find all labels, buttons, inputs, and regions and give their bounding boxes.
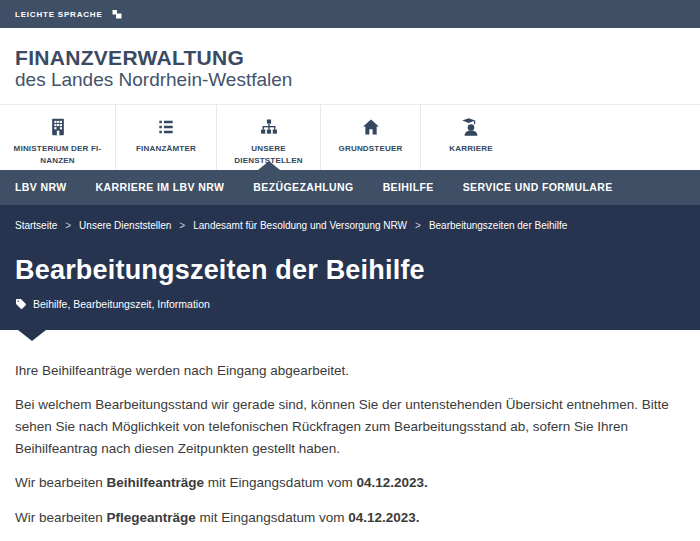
primary-icon-nav: MINISTERIUM DER FI-NANZEN FINANZÄMTER UN [0,104,700,170]
leichte-sprache-icon [111,8,123,20]
nav-item-karriere[interactable]: KARRIERE [421,105,521,170]
hero-banner: Startseite > Unsere Dienststellen > Land… [0,205,700,330]
breadcrumb-item-landesamt[interactable]: Landesamt für Besoldung und Versorgung N… [193,220,407,231]
leichte-sprache-link[interactable]: LEICHTE SPRACHE [15,10,103,19]
brand-logo[interactable]: FINANZVERWALTUNG des Landes Nordrhein-We… [15,47,685,91]
home-icon [361,116,381,138]
main-content: Ihre Beihilfeanträge werden nach Eingang… [0,341,700,529]
breadcrumb-item-unsere-dienststellen[interactable]: Unsere Dienststellen [79,220,171,231]
breadcrumb-separator: > [179,220,185,231]
processing-line-beihilfe: Wir bearbeiten Beihilfeanträge mit Einga… [15,472,680,494]
subject-pflegeantraege: Pflegeanträge [107,510,196,525]
nav-item-ministerium-der-finanzen[interactable]: MINISTERIUM DER FI-NANZEN [0,105,116,170]
nav-item-finanzaemter[interactable]: FINANZÄMTER [116,105,217,170]
hero-notch-arrow [18,330,46,341]
paragraph-intro: Ihre Beihilfeanträge werden nach Eingang… [15,360,680,382]
page-title: Bearbeitungszeiten der Beihilfe [15,255,685,286]
nav-item-grundsteuer[interactable]: GRUNDSTEUER [321,105,421,170]
tag-icon [15,298,27,310]
brand-subtitle: des Landes Nordrhein-Westfalen [15,69,685,91]
menu-item-bezuegezahlung[interactable]: BEZÜGEZAHLUNG [253,181,353,193]
nav-item-label: GRUNDSTEUER [339,143,403,155]
sitemap-icon [259,116,279,138]
breadcrumb-separator: > [65,220,71,231]
building-icon [48,116,68,138]
nav-item-label: FINANZÄMTER [136,143,196,155]
nav-item-label: MINISTERIUM DER FI-NANZEN [9,143,107,168]
tag-text: Beihilfe, Bearbeitungszeit, Information [33,298,210,310]
section-menu-bar: LBV NRW KARRIERE IM LBV NRW BEZÜGEZAHLUN… [0,170,700,205]
nav-item-unsere-dienststellen[interactable]: UNSERE DIENSTSTELLEN [217,105,321,170]
list-icon [156,116,176,138]
tag-list: Beihilfe, Bearbeitungszeit, Information [15,298,685,310]
top-bar: LEICHTE SPRACHE [0,0,700,28]
menu-item-karriere-im-lbv-nrw[interactable]: KARRIERE IM LBV NRW [96,181,225,193]
site-header: FINANZVERWALTUNG des Landes Nordrhein-We… [0,28,700,104]
date-beihilfe: 04.12.2023. [356,475,427,490]
processing-line-pflege: Wir bearbeiten Pflegeanträge mit Eingang… [15,507,680,529]
breadcrumb-item-current: Bearbeitungszeiten der Beihilfe [429,220,567,231]
breadcrumb-item-startseite[interactable]: Startseite [15,220,57,231]
menu-item-beihilfe[interactable]: BEIHILFE [383,181,434,193]
subject-beihilfeantraege: Beihilfeanträge [107,475,205,490]
menu-item-service-und-formulare[interactable]: SERVICE UND FORMULARE [463,181,613,193]
breadcrumb: Startseite > Unsere Dienststellen > Land… [15,220,685,231]
date-pflege: 04.12.2023. [348,510,419,525]
brand-title: FINANZVERWALTUNG [15,47,685,69]
paragraph-info: Bei welchem Bearbeitungsstand wir gerade… [15,394,680,459]
nav-item-label: KARRIERE [449,143,492,155]
menu-item-lbv-nrw[interactable]: LBV NRW [15,181,67,193]
graduation-cap-icon [460,116,482,138]
breadcrumb-separator: > [415,220,421,231]
active-tab-arrow [258,161,280,170]
